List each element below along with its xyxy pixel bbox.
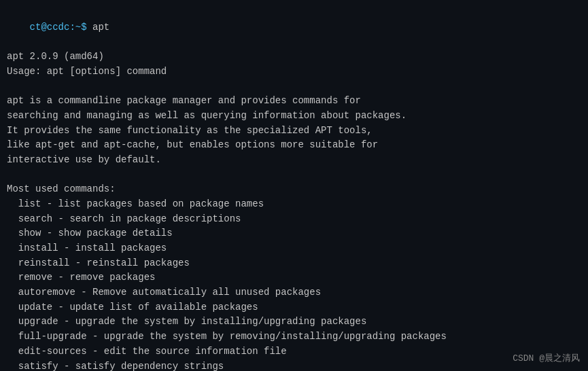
output-line: interactive use by default. [7, 153, 581, 168]
watermark: CSDN @晨之清风 [513, 352, 580, 364]
output-line: list - list packages based on package na… [7, 197, 581, 212]
output-line: install - install packages [7, 241, 581, 256]
output-line: reinstall - reinstall packages [7, 256, 581, 271]
output-line: Usage: apt [options] command [7, 65, 581, 80]
output-line: full-upgrade - upgrade the system by rem… [7, 330, 581, 344]
output-line: like apt-get and apt-cache, but enables … [7, 138, 581, 153]
output-line: autoremove - Remove automatically all un… [7, 285, 581, 300]
output-line: apt is a commandline package manager and… [7, 94, 581, 109]
output-line: edit-sources - edit the source informati… [7, 344, 581, 359]
prompt-line: ct@ccdc:~$ apt [7, 5, 581, 50]
output-line: satisfy - satisfy dependency strings [7, 359, 581, 372]
output-line [7, 79, 581, 94]
output-line: upgrade - upgrade the system by installi… [7, 315, 581, 330]
output-line: Most used commands: [7, 182, 581, 197]
output-line: update - update list of available packag… [7, 300, 581, 315]
output-line [7, 168, 581, 183]
command-text: apt [87, 22, 110, 33]
output-area: apt 2.0.9 (amd64)Usage: apt [options] co… [7, 50, 581, 371]
output-line: searching and managing as well as queryi… [7, 109, 581, 124]
prompt: ct@ccdc:~$ [30, 22, 87, 33]
terminal-window: ct@ccdc:~$ apt apt 2.0.9 (amd64)Usage: a… [0, 0, 588, 371]
output-line: search - search in package descriptions [7, 212, 581, 227]
output-line: It provides the same functionality as th… [7, 124, 581, 139]
output-line: remove - remove packages [7, 270, 581, 285]
output-line: apt 2.0.9 (amd64) [7, 50, 581, 65]
output-line: show - show package details [7, 226, 581, 241]
